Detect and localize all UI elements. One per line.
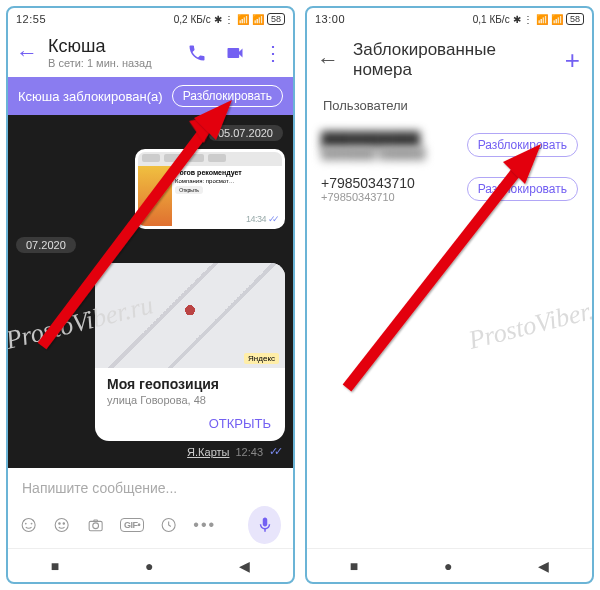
android-navbar: ■ ● ◀: [8, 548, 293, 582]
user-name: ██████████: [321, 131, 457, 147]
emoji-icon[interactable]: [53, 515, 70, 535]
contact-name: Ксюша: [48, 36, 177, 57]
status-time: 12:55: [16, 13, 46, 25]
unblock-button[interactable]: Разблокировать: [467, 177, 578, 201]
battery-icon: 58: [267, 13, 285, 25]
nav-back-icon[interactable]: ◀: [239, 558, 250, 574]
user-subtitle: +79850343710: [321, 191, 457, 203]
preview-thumbnail: [138, 166, 172, 226]
status-icons: ✱ ⋮ 📶 📶: [214, 14, 264, 25]
date-pill: 05.07.2020: [208, 125, 283, 141]
section-label: Пользователи: [307, 94, 592, 123]
chat-body[interactable]: 05.07.2020 Рогов рекомендует Компания: п…: [8, 115, 293, 468]
nav-home-icon[interactable]: ●: [145, 558, 153, 574]
battery-icon: 58: [566, 13, 584, 25]
settings-header: ← Заблокированные номера +: [307, 30, 592, 94]
page-title: Заблокированные номера: [353, 40, 551, 80]
more-icon[interactable]: •••: [193, 516, 216, 534]
unblock-button[interactable]: Разблокировать: [172, 85, 283, 107]
map-thumbnail: Яндекс: [95, 263, 285, 368]
nav-home-icon[interactable]: ●: [444, 558, 452, 574]
mic-button[interactable]: [248, 506, 281, 544]
location-card[interactable]: Яндекс Моя геопозиция улица Говорова, 48…: [95, 263, 285, 441]
blocked-user-row: +79850343710 +79850343710 Разблокировать: [307, 167, 592, 211]
message-time: 14:34 ✓✓: [246, 214, 276, 224]
svg-point-4: [59, 523, 60, 524]
location-title: Моя геопозиция: [107, 376, 273, 392]
message-time: 12:43: [235, 446, 263, 458]
user-subtitle: ███████ ██████: [321, 147, 457, 159]
user-name: +79850343710: [321, 175, 457, 191]
location-address: улица Говорова, 48: [107, 394, 273, 406]
read-ticks-icon: ✓✓: [269, 445, 279, 458]
nav-recent-icon[interactable]: ■: [350, 558, 358, 574]
status-net: 0,1 КБ/с: [473, 14, 510, 25]
blocked-text: Ксюша заблокирован(а): [18, 89, 163, 104]
location-open-button[interactable]: ОТКРЫТЬ: [95, 410, 285, 441]
video-call-icon[interactable]: [225, 43, 245, 63]
blocked-banner: Ксюша заблокирован(а) Разблокировать: [8, 77, 293, 115]
svg-point-2: [31, 523, 32, 524]
message-link-preview[interactable]: Рогов рекомендует Компания: просмот… Отк…: [135, 149, 285, 229]
read-ticks-icon: ✓✓: [268, 214, 276, 224]
status-bar: 12:55 0,2 КБ/с ✱ ⋮ 📶 📶 58: [8, 8, 293, 30]
preview-subtitle: Компания: просмот…: [175, 178, 279, 184]
status-net: 0,2 КБ/с: [174, 14, 211, 25]
message-meta: Я.Карты 12:43 ✓✓: [187, 443, 287, 458]
blocked-user-row: ██████████ ███████ ██████ Разблокировать: [307, 123, 592, 167]
gif-icon[interactable]: GIF•: [120, 518, 144, 532]
status-bar: 13:00 0,1 КБ/с ✱ ⋮ 📶 📶 58: [307, 8, 592, 30]
nav-back-icon[interactable]: ◀: [538, 558, 549, 574]
chat-header: ← Ксюша В сети: 1 мин. назад ⋮: [8, 30, 293, 77]
back-icon[interactable]: ←: [16, 40, 38, 66]
composer: Напишите сообщение... GIF• •••: [8, 468, 293, 548]
call-icon[interactable]: [187, 43, 207, 63]
status-time: 13:00: [315, 13, 345, 25]
phone-screenshot-right: 13:00 0,1 КБ/с ✱ ⋮ 📶 📶 58 ← Заблокирован…: [305, 6, 594, 584]
message-input[interactable]: Напишите сообщение...: [18, 474, 283, 502]
schedule-icon[interactable]: [160, 515, 177, 535]
preview-open-button[interactable]: Открыть: [175, 186, 203, 194]
camera-icon[interactable]: [87, 515, 104, 535]
nav-recent-icon[interactable]: ■: [51, 558, 59, 574]
svg-point-3: [55, 519, 68, 532]
android-navbar: ■ ● ◀: [307, 548, 592, 582]
svg-point-7: [92, 523, 98, 529]
preview-title: Рогов рекомендует: [175, 169, 279, 176]
back-icon[interactable]: ←: [317, 47, 339, 73]
date-pill: 07.2020: [16, 237, 76, 253]
status-icons: ✱ ⋮ 📶 📶: [513, 14, 563, 25]
bot-name: Я.Карты: [187, 446, 229, 458]
svg-point-1: [25, 523, 26, 524]
unblock-button[interactable]: Разблокировать: [467, 133, 578, 157]
svg-point-5: [63, 523, 64, 524]
kebab-menu-icon[interactable]: ⋮: [263, 41, 283, 65]
map-provider-badge: Яндекс: [244, 353, 279, 364]
phone-screenshot-left: 12:55 0,2 КБ/с ✱ ⋮ 📶 📶 58 ← Ксюша В сети…: [6, 6, 295, 584]
contact-status: В сети: 1 мин. назад: [48, 57, 177, 69]
sticker-icon[interactable]: [20, 515, 37, 535]
add-button[interactable]: +: [565, 45, 580, 76]
